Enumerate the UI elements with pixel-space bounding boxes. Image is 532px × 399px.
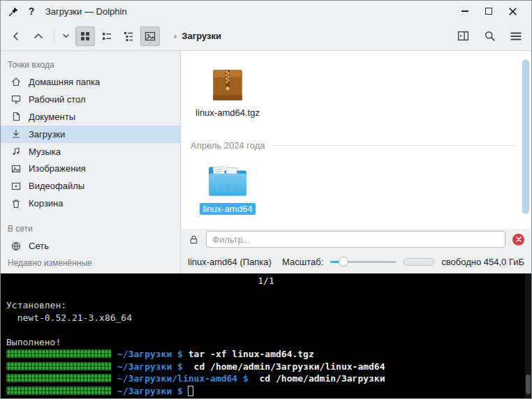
sidebar-item-pictures[interactable]: Изображения	[1, 160, 180, 177]
terminal-history-line: ~/Загрузки $ cd /home/admin/Загрузки/lin…	[6, 361, 526, 373]
selection-info: linux-amd64 (Папка)	[188, 257, 275, 267]
icons-view-button[interactable]	[75, 27, 95, 46]
terminal-command: cd /home/admin/Загрузки	[249, 373, 385, 384]
back-icon	[10, 31, 22, 42]
filter-input[interactable]	[206, 231, 505, 248]
terminal-output-line: newt-0.52.21-3.x86_64	[6, 312, 526, 324]
terminal-history-line: ~/Загрузки $ tar -xf linux-amd64.tgz	[6, 348, 526, 361]
free-space-label: свободно 454,0 ГиБ	[441, 257, 524, 267]
group-header-line	[272, 145, 515, 146]
menu-icon	[510, 30, 522, 43]
recent-section-header: Недавно изменённые	[1, 255, 180, 273]
network-icon	[10, 241, 22, 252]
places-section-header: Точки входа	[1, 57, 180, 73]
sidebar-item-label: Сеть	[29, 241, 49, 251]
file-name: linux-amd64.tgz	[192, 107, 263, 119]
sidebar-item-downloads[interactable]: Загрузки	[1, 126, 180, 143]
archive-icon	[189, 65, 266, 104]
sidebar-item-desktop[interactable]: Рабочий стол	[1, 91, 180, 108]
fileview-scrollbar-thumb[interactable]	[522, 59, 529, 214]
redacted-user-host	[6, 374, 111, 382]
sidebar-item-music[interactable]: Музыка	[1, 143, 180, 160]
desktop-icon	[10, 93, 22, 105]
compact-view-button[interactable]	[97, 27, 117, 46]
terminal-blank-line	[6, 287, 526, 300]
lock-icon[interactable]	[188, 234, 199, 245]
redacted-user-host	[6, 349, 111, 358]
free-space-bar	[404, 258, 434, 266]
downloads-icon	[10, 128, 22, 140]
titlebar[interactable]: ? Загрузки — Dolphin	[1, 1, 531, 22]
terminal-prompt: ~/Загрузки $	[117, 386, 183, 396]
dolphin-window: ? Загрузки — Dolphin	[0, 0, 532, 399]
sidebar-item-label: Изображения	[29, 163, 86, 174]
file-item-folder[interactable]: linux-amd64	[189, 161, 266, 215]
file-view[interactable]: linux-amd64.tgz Апрель 2024 года	[181, 51, 531, 229]
sidebar-item-label: Домашняя папка	[29, 77, 100, 87]
close-icon	[516, 236, 522, 242]
pager-indicator: 1/1	[6, 275, 526, 287]
breadcrumb: › Загрузки	[174, 31, 221, 41]
sidebar-item-label: Документы	[29, 112, 75, 122]
details-view-button[interactable]	[119, 27, 138, 46]
sidebar-item-trash[interactable]: Корзина	[1, 195, 180, 212]
file-item-archive[interactable]: linux-amd64.tgz	[189, 65, 266, 119]
history-dropdown-button[interactable]	[60, 27, 71, 46]
preview-toggle-button[interactable]	[140, 27, 160, 46]
folder-icon	[189, 161, 266, 200]
sidebar-item-videos[interactable]: Видеофайлы	[1, 177, 180, 195]
fileview-scrollbar[interactable]	[522, 54, 529, 226]
sidebar-item-label: Рабочий стол	[29, 94, 86, 105]
view-mode-group	[75, 27, 160, 46]
terminal-scrollbar[interactable]	[525, 273, 531, 398]
zoom-label: Масштаб:	[282, 257, 323, 267]
status-bar: linux-amd64 (Папка) Масштаб: свободно 45…	[181, 250, 531, 273]
split-view-button[interactable]	[453, 27, 473, 46]
compact-view-icon	[101, 31, 112, 42]
group-header: Апрель 2024 года	[191, 140, 515, 151]
close-button[interactable]	[501, 3, 524, 20]
menu-button[interactable]	[506, 27, 526, 46]
terminal-command: cd /home/admin/Загрузки/linux-amd64	[183, 361, 385, 372]
terminal-prompt: ~/Загрузки/linux-amd64 $	[117, 373, 249, 384]
sidebar-item-home[interactable]: Домашняя папка	[1, 73, 180, 91]
group-header-label: Апрель 2024 года	[191, 140, 265, 151]
icons-view-icon	[80, 31, 91, 42]
chevron-down-icon	[63, 33, 69, 39]
up-button[interactable]	[29, 27, 48, 46]
home-icon	[10, 76, 22, 87]
help-icon[interactable]: ?	[26, 6, 37, 17]
up-icon	[33, 31, 44, 42]
terminal-panel[interactable]: 1/1 Установлен: newt-0.52.21-3.x86_64 Вы…	[1, 273, 531, 398]
preview-icon	[145, 31, 156, 42]
close-filter-button[interactable]	[512, 234, 524, 246]
terminal-input-line[interactable]: ~/Загрузки $	[6, 385, 526, 398]
terminal-output-line: Установлен:	[6, 299, 526, 312]
zoom-slider[interactable]	[330, 257, 397, 266]
sidebar-item-label: Загрузки	[29, 129, 65, 140]
sidebar-item-label: Корзина	[29, 198, 64, 209]
sidebar-item-documents[interactable]: Документы	[1, 108, 180, 126]
minimize-icon	[461, 10, 468, 12]
documents-icon	[10, 111, 22, 122]
close-icon	[509, 8, 517, 15]
terminal-prompt: ~/Загрузки $	[117, 361, 183, 372]
terminal-history-line: ~/Загрузки/linux-amd64 $ cd /home/admin/…	[6, 372, 526, 385]
search-icon	[484, 30, 496, 42]
sidebar-item-network[interactable]: Сеть	[1, 237, 180, 255]
terminal-cursor[interactable]	[188, 386, 193, 396]
terminal-output-line: Выполнено!	[6, 336, 526, 349]
maximize-button[interactable]	[477, 3, 501, 20]
pin-icon[interactable]	[8, 6, 19, 17]
minimize-button[interactable]	[453, 3, 477, 20]
search-button[interactable]	[480, 27, 499, 46]
sidebar-item-label: Музыка	[29, 146, 61, 157]
breadcrumb-current-folder[interactable]: Загрузки	[182, 31, 221, 41]
terminal-prompt: ~/Загрузки $	[117, 349, 183, 359]
zoom-slider-handle[interactable]	[339, 257, 348, 266]
terminal-scrollbar-thumb[interactable]	[526, 375, 531, 394]
filter-bar	[181, 229, 531, 250]
back-button[interactable]	[6, 27, 26, 46]
file-name: linux-amd64	[200, 203, 256, 215]
toolbar: › Загрузки	[1, 22, 531, 51]
